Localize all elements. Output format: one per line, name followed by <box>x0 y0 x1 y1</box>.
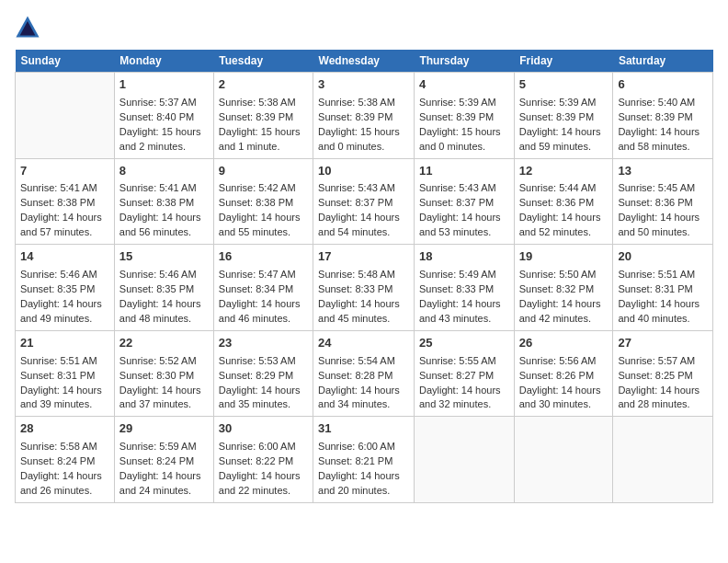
calendar-cell: 18Sunrise: 5:49 AMSunset: 8:33 PMDayligh… <box>414 245 514 331</box>
calendar-table: SundayMondayTuesdayWednesdayThursdayFrid… <box>15 50 713 503</box>
sunset: Sunset: 8:21 PM <box>318 455 392 466</box>
calendar-body: 1Sunrise: 5:37 AMSunset: 8:40 PMDaylight… <box>16 73 713 503</box>
sunrise: Sunrise: 5:38 AM <box>219 97 296 108</box>
calendar-cell: 27Sunrise: 5:57 AMSunset: 8:25 PMDayligh… <box>613 330 713 417</box>
page-header <box>15 15 713 40</box>
day-number: 23 <box>219 335 308 352</box>
day-number: 3 <box>318 76 409 94</box>
week-row-4: 21Sunrise: 5:51 AMSunset: 8:31 PMDayligh… <box>16 330 713 417</box>
daylight: Daylight: 14 hours and 52 minutes. <box>519 212 601 237</box>
calendar-cell: 9Sunrise: 5:42 AMSunset: 8:38 PMDaylight… <box>213 158 313 245</box>
daylight: Daylight: 14 hours and 30 minutes. <box>519 385 601 410</box>
daylight: Daylight: 14 hours and 43 minutes. <box>419 298 501 324</box>
column-header-thursday: Thursday <box>414 50 514 73</box>
calendar-cell: 20Sunrise: 5:51 AMSunset: 8:31 PMDayligh… <box>613 245 713 331</box>
logo-icon <box>15 15 40 40</box>
sunset: Sunset: 8:38 PM <box>219 197 293 208</box>
sunset: Sunset: 8:35 PM <box>119 283 194 294</box>
daylight: Daylight: 14 hours and 55 minutes. <box>219 212 301 237</box>
calendar-cell: 25Sunrise: 5:55 AMSunset: 8:27 PMDayligh… <box>414 330 514 417</box>
daylight: Daylight: 14 hours and 57 minutes. <box>20 212 102 237</box>
sunset: Sunset: 8:38 PM <box>119 197 194 208</box>
calendar-cell: 13Sunrise: 5:45 AMSunset: 8:36 PMDayligh… <box>613 158 713 245</box>
daylight: Daylight: 14 hours and 28 minutes. <box>618 385 700 410</box>
calendar-cell: 31Sunrise: 6:00 AMSunset: 8:21 PMDayligh… <box>313 417 415 503</box>
week-row-3: 14Sunrise: 5:46 AMSunset: 8:35 PMDayligh… <box>16 245 713 331</box>
day-number: 5 <box>519 76 609 94</box>
column-header-tuesday: Tuesday <box>213 50 313 73</box>
sunrise: Sunrise: 5:43 AM <box>318 182 395 193</box>
daylight: Daylight: 14 hours and 56 minutes. <box>119 212 201 237</box>
day-number: 29 <box>119 420 209 438</box>
daylight: Daylight: 14 hours and 46 minutes. <box>219 298 301 324</box>
day-number: 30 <box>219 420 308 438</box>
sunset: Sunset: 8:38 PM <box>20 197 95 208</box>
daylight: Daylight: 14 hours and 35 minutes. <box>219 385 301 410</box>
day-number: 4 <box>419 76 509 94</box>
sunrise: Sunrise: 5:49 AM <box>419 269 496 280</box>
daylight: Daylight: 14 hours and 49 minutes. <box>20 298 102 324</box>
sunset: Sunset: 8:37 PM <box>318 197 392 208</box>
sunset: Sunset: 8:24 PM <box>20 455 95 466</box>
day-number: 31 <box>318 420 409 438</box>
sunset: Sunset: 8:36 PM <box>519 197 594 208</box>
day-number: 28 <box>20 420 109 438</box>
sunrise: Sunrise: 5:58 AM <box>20 441 97 452</box>
calendar-cell: 10Sunrise: 5:43 AMSunset: 8:37 PMDayligh… <box>313 158 415 245</box>
sunrise: Sunrise: 5:46 AM <box>20 269 97 280</box>
calendar-cell: 12Sunrise: 5:44 AMSunset: 8:36 PMDayligh… <box>514 158 613 245</box>
calendar-cell: 19Sunrise: 5:50 AMSunset: 8:32 PMDayligh… <box>514 245 613 331</box>
logo <box>15 15 44 40</box>
day-number: 25 <box>419 335 509 352</box>
sunrise: Sunrise: 5:47 AM <box>219 269 296 280</box>
calendar-cell: 1Sunrise: 5:37 AMSunset: 8:40 PMDaylight… <box>114 73 213 159</box>
calendar-cell: 8Sunrise: 5:41 AMSunset: 8:38 PMDaylight… <box>114 158 213 245</box>
column-header-sunday: Sunday <box>16 50 115 73</box>
sunset: Sunset: 8:36 PM <box>618 197 692 208</box>
daylight: Daylight: 15 hours and 1 minute. <box>219 126 301 152</box>
sunrise: Sunrise: 5:56 AM <box>519 355 597 366</box>
calendar-cell: 22Sunrise: 5:52 AMSunset: 8:30 PMDayligh… <box>114 330 213 417</box>
sunrise: Sunrise: 5:59 AM <box>119 441 197 452</box>
day-number: 1 <box>119 76 209 94</box>
daylight: Daylight: 14 hours and 58 minutes. <box>618 126 700 152</box>
day-number: 12 <box>519 163 609 180</box>
daylight: Daylight: 14 hours and 59 minutes. <box>519 126 601 152</box>
calendar-cell: 29Sunrise: 5:59 AMSunset: 8:24 PMDayligh… <box>114 417 213 503</box>
sunrise: Sunrise: 6:00 AM <box>318 441 395 452</box>
sunrise: Sunrise: 5:45 AM <box>618 182 695 193</box>
day-number: 24 <box>318 335 409 352</box>
sunrise: Sunrise: 5:44 AM <box>519 182 597 193</box>
day-number: 20 <box>618 248 708 266</box>
calendar-cell: 26Sunrise: 5:56 AMSunset: 8:26 PMDayligh… <box>514 330 613 417</box>
daylight: Daylight: 14 hours and 54 minutes. <box>318 212 400 237</box>
sunrise: Sunrise: 6:00 AM <box>219 441 296 452</box>
week-row-2: 7Sunrise: 5:41 AMSunset: 8:38 PMDaylight… <box>16 158 713 245</box>
day-number: 14 <box>20 248 109 266</box>
daylight: Daylight: 14 hours and 53 minutes. <box>419 212 501 237</box>
day-number: 18 <box>419 248 509 266</box>
daylight: Daylight: 15 hours and 2 minutes. <box>119 126 201 152</box>
sunrise: Sunrise: 5:48 AM <box>318 269 395 280</box>
sunset: Sunset: 8:39 PM <box>419 111 494 122</box>
sunset: Sunset: 8:31 PM <box>618 283 692 294</box>
calendar-cell: 11Sunrise: 5:43 AMSunset: 8:37 PMDayligh… <box>414 158 514 245</box>
sunset: Sunset: 8:39 PM <box>219 111 293 122</box>
calendar-cell: 6Sunrise: 5:40 AMSunset: 8:39 PMDaylight… <box>613 73 713 159</box>
week-row-5: 28Sunrise: 5:58 AMSunset: 8:24 PMDayligh… <box>16 417 713 503</box>
day-number: 2 <box>219 76 308 94</box>
daylight: Daylight: 14 hours and 34 minutes. <box>318 385 400 410</box>
calendar-cell: 7Sunrise: 5:41 AMSunset: 8:38 PMDaylight… <box>16 158 115 245</box>
sunset: Sunset: 8:39 PM <box>318 111 392 122</box>
calendar-cell: 5Sunrise: 5:39 AMSunset: 8:39 PMDaylight… <box>514 73 613 159</box>
daylight: Daylight: 14 hours and 32 minutes. <box>419 385 501 410</box>
daylight: Daylight: 14 hours and 22 minutes. <box>219 470 301 496</box>
day-number: 21 <box>20 335 109 352</box>
calendar-cell: 28Sunrise: 5:58 AMSunset: 8:24 PMDayligh… <box>16 417 115 503</box>
day-number: 27 <box>618 335 708 352</box>
column-header-monday: Monday <box>114 50 213 73</box>
sunset: Sunset: 8:25 PM <box>618 370 692 381</box>
sunrise: Sunrise: 5:39 AM <box>519 97 597 108</box>
day-number: 17 <box>318 248 409 266</box>
sunset: Sunset: 8:40 PM <box>119 111 194 122</box>
